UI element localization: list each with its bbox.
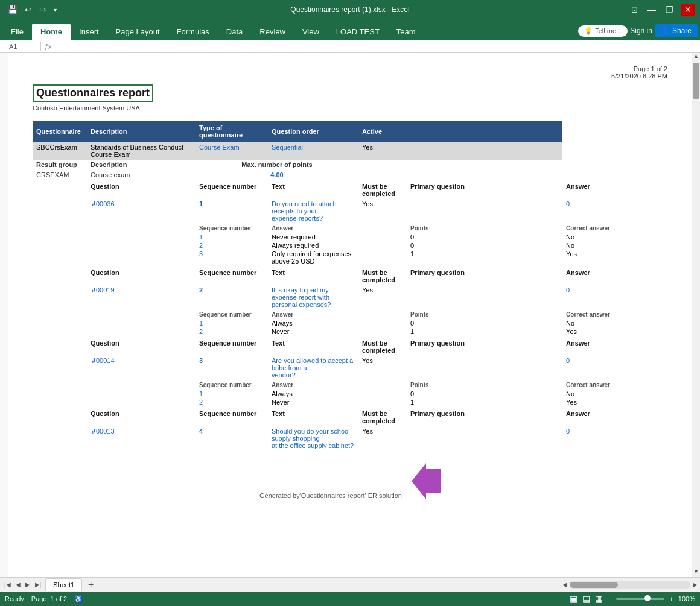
sheet-nav-first[interactable]: |◀ xyxy=(2,580,13,589)
share-button[interactable]: 👤 Share xyxy=(655,24,698,37)
q-header-answer: Answer xyxy=(562,180,667,198)
sub-header-row: Result group Description Max. number of … xyxy=(33,160,667,169)
title-bar-left: 💾 ↩ ↪ ▾ xyxy=(5,4,59,16)
q4-header-text: Text xyxy=(268,406,358,426)
ans-answer-label-1: Answer xyxy=(268,224,358,233)
zoom-minus-button[interactable]: − xyxy=(608,595,611,602)
question-3-row: ↲00014 3 Are you allowed to accept a bri… xyxy=(33,355,667,380)
crsexam-points: 4.00 xyxy=(196,169,358,180)
q3-seq: 3 xyxy=(196,355,268,380)
scroll-thumb[interactable] xyxy=(693,63,699,99)
questionnaire-active: Yes xyxy=(358,142,407,160)
more-commands-icon[interactable]: ▾ xyxy=(51,5,59,14)
restore-button[interactable]: ❐ xyxy=(663,4,676,16)
title-bar: 💾 ↩ ↪ ▾ Questionnaires report (1).xlsx -… xyxy=(0,0,700,19)
minimize-button[interactable]: — xyxy=(645,4,658,16)
close-button[interactable]: ✕ xyxy=(681,4,695,16)
redo-icon[interactable]: ↪ xyxy=(37,4,49,16)
q-header-question: Question xyxy=(87,180,196,198)
col-active: Active xyxy=(358,121,407,142)
vertical-scrollbar[interactable]: ▲ ▼ xyxy=(692,53,700,577)
status-bar: Ready Page: 1 of 2 ♿ ▣ ▤ ▦ − + 100% xyxy=(0,592,700,606)
page-info-label: Page: 1 of 2 xyxy=(31,595,67,602)
tab-home[interactable]: Home xyxy=(32,24,71,40)
q4-seq: 4 xyxy=(196,426,268,451)
q2-header-text: Text xyxy=(268,265,358,285)
question-header-3: Question Sequence number Text Must becom… xyxy=(33,336,667,355)
answers-header-2: Sequence number Answer Points Correct an… xyxy=(33,310,667,319)
ribbon-tabs: File Home Insert Page Layout Formulas Da… xyxy=(0,19,700,40)
main-table: Questionnaire Description Type of questi… xyxy=(33,121,667,505)
type-link[interactable]: Course Exam xyxy=(199,144,240,151)
q1-answer-1: 1 Never required 0 No xyxy=(33,233,667,241)
sign-in-button[interactable]: Sign in xyxy=(630,27,652,35)
sheet-nav-next[interactable]: ▶ xyxy=(24,580,32,589)
questionnaire-id: SBCCrsExam xyxy=(33,142,87,160)
tab-load-test[interactable]: LOAD TEST xyxy=(328,24,388,40)
window-mode-icon[interactable]: ⊡ xyxy=(629,4,640,16)
ans-points-label-1: Points xyxy=(407,224,562,233)
undo-icon[interactable]: ↩ xyxy=(22,4,34,16)
tab-view[interactable]: View xyxy=(294,24,328,40)
q1-text: Do you need to attach receipts to yourex… xyxy=(268,198,358,224)
page-info: Page 1 of 2 5/21/2020 8:28 PM xyxy=(33,65,667,80)
tell-me-text: Tell me... xyxy=(595,27,622,34)
tab-formulas[interactable]: Formulas xyxy=(168,24,218,40)
ans-seq-label-1: Sequence number xyxy=(196,224,268,233)
tell-me-box[interactable]: 💡 Tell me... xyxy=(578,25,628,37)
page-layout-icon[interactable]: ▤ xyxy=(582,594,590,604)
q4-text: Should you do your school supply shoppin… xyxy=(268,426,358,451)
q2-header-seq: Sequence number xyxy=(196,265,268,285)
tab-team[interactable]: Team xyxy=(388,24,424,40)
questionnaire-order: Sequential xyxy=(268,142,358,160)
page-number: Page 1 of 2 xyxy=(33,65,667,72)
question-header-4: Question Sequence number Text Must becom… xyxy=(33,406,667,426)
page-break-icon[interactable]: ▦ xyxy=(595,594,603,604)
q3-must: Yes xyxy=(358,355,407,380)
scroll-track[interactable] xyxy=(692,62,700,569)
crsexam-name: Course exam xyxy=(87,169,196,180)
footer-area: Generated by'Questionnaires report' ER s… xyxy=(36,463,664,499)
description-label: Description xyxy=(87,160,196,169)
sheet-tab-sheet1[interactable]: Sheet1 xyxy=(45,578,82,591)
q1-answer: 0 xyxy=(562,198,667,224)
q2-answer-1: 1 Always 0 No xyxy=(33,319,667,327)
q4-must: Yes xyxy=(358,426,407,451)
accessibility-icon[interactable]: ♿ xyxy=(74,595,83,603)
sheet-nav-last[interactable]: ▶| xyxy=(33,580,43,589)
people-icon: 👤 xyxy=(661,27,670,35)
order-link[interactable]: Sequential xyxy=(272,144,303,151)
table-row: SBCCrsExam Standards of Business Conduct… xyxy=(33,142,667,160)
function-icon[interactable]: ƒx xyxy=(45,43,52,50)
normal-view-icon[interactable]: ▣ xyxy=(570,594,578,604)
share-label: Share xyxy=(672,27,692,35)
scroll-up-button[interactable]: ▲ xyxy=(692,53,700,62)
hscroll-right-button[interactable]: ▶ xyxy=(693,581,698,588)
zoom-thumb[interactable] xyxy=(644,595,651,601)
save-icon[interactable]: 💾 xyxy=(5,4,20,16)
q3-id: ↲00014 xyxy=(87,355,196,380)
zoom-slider[interactable] xyxy=(616,598,664,600)
add-sheet-button[interactable]: + xyxy=(83,579,98,590)
question-1-row: ↲00036 1 Do you need to attach receipts … xyxy=(33,198,667,224)
scroll-down-button[interactable]: ▼ xyxy=(692,569,700,577)
q3-header-question: Question xyxy=(87,336,196,355)
col-type: Type of questionnaire xyxy=(196,121,268,142)
zoom-plus-button[interactable]: + xyxy=(669,595,673,602)
tab-page-layout[interactable]: Page Layout xyxy=(107,24,168,40)
tab-insert[interactable]: Insert xyxy=(71,24,107,40)
tab-file[interactable]: File xyxy=(2,24,32,40)
tab-review[interactable]: Review xyxy=(251,24,294,40)
zoom-percent[interactable]: 100% xyxy=(678,595,695,602)
tab-data[interactable]: Data xyxy=(218,24,251,40)
q3-answer-1: 1 Always 0 No xyxy=(33,390,667,398)
q2-header-primary: Primary question xyxy=(407,265,562,285)
name-box[interactable]: A1 xyxy=(5,42,41,51)
hscroll-left-button[interactable]: ◀ xyxy=(562,581,567,588)
hscroll-track[interactable] xyxy=(570,581,690,589)
q2-text: It is okay to pad my expense report with… xyxy=(268,285,358,310)
question-header-2: Question Sequence number Text Must becom… xyxy=(33,265,667,285)
sheet-nav-prev[interactable]: ◀ xyxy=(14,580,22,589)
hscroll-thumb[interactable] xyxy=(570,582,618,588)
q4-header-question: Question xyxy=(87,406,196,426)
